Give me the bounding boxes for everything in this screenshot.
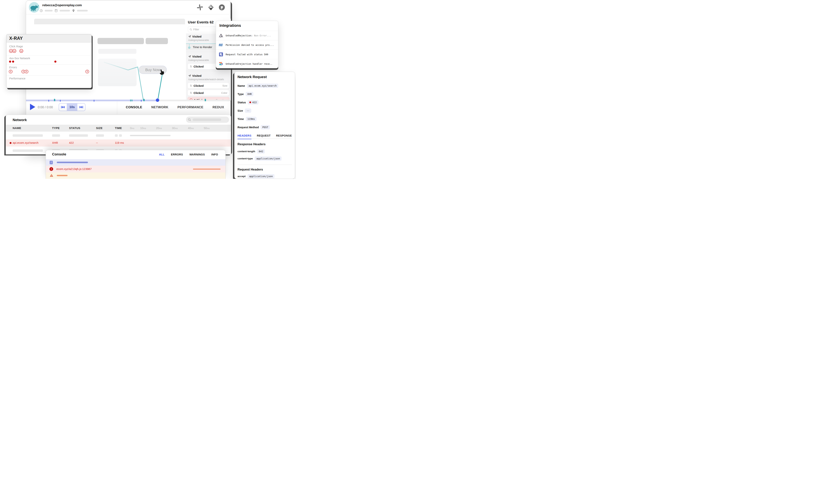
tab-errors[interactable]: ERRORS	[171, 153, 183, 156]
jira-icon[interactable]	[207, 4, 214, 11]
field-name-value: api.ecom.xyz/search	[247, 84, 279, 88]
rage-face-icon[interactable]	[12, 49, 16, 54]
error-exclamation-icon[interactable]	[24, 70, 28, 74]
tab-performance[interactable]: PERFORMANCE	[177, 106, 203, 109]
integration-item-sentry[interactable]: UnhandledRejection: Non-Error...	[216, 31, 278, 40]
integration-item-datadog[interactable]: Request failed with status 500	[216, 50, 278, 59]
response-headers-heading: Response Headers	[238, 143, 266, 146]
xray-header: X-RAY	[6, 34, 91, 43]
request-name: api.ecom.xyz/search	[13, 141, 39, 144]
integrations-title: Integrations	[219, 23, 241, 28]
timeline-track[interactable]	[26, 100, 231, 101]
skip-back-button[interactable]	[59, 104, 67, 111]
field-type-value: XHR	[246, 92, 254, 96]
table-row-skeleton[interactable]	[6, 132, 231, 139]
network-search-box[interactable]	[186, 116, 229, 123]
user-email: rebecca@openreplay.com	[42, 3, 82, 7]
col-size: SIZE	[96, 126, 103, 130]
event-clicked[interactable]: Clicked Size	[188, 83, 229, 89]
error-exclamation-icon[interactable]	[9, 70, 13, 74]
network-error-dot[interactable]	[12, 61, 14, 63]
xray-panel: X-RAY Click Rage 4xx-5xx Network Errors	[6, 34, 92, 88]
integration-message: Permission denied to access pro...	[226, 44, 274, 46]
error-exclamation-icon[interactable]	[85, 70, 89, 74]
field-status-value: 422	[248, 100, 258, 105]
avatar	[29, 2, 39, 13]
github-icon[interactable]	[218, 4, 225, 11]
field-time-value: 119ms	[246, 117, 257, 121]
session-meta-row	[40, 9, 88, 12]
console-warning-row[interactable]	[46, 172, 225, 179]
field-time-label: Time	[238, 117, 244, 120]
header-label: accept	[238, 175, 246, 178]
integration-message: Request failed with status 500	[226, 53, 268, 56]
request-type: XHR	[52, 141, 58, 144]
network-title: Network	[13, 118, 27, 122]
field-size-label: Size	[238, 109, 243, 112]
play-button[interactable]	[30, 104, 35, 110]
tab-request[interactable]: REQUEST	[257, 134, 271, 139]
slack-icon[interactable]	[197, 4, 203, 11]
col-status: STATUS	[69, 126, 80, 130]
skip-forward-button[interactable]	[78, 104, 85, 111]
status-dot	[249, 102, 251, 103]
tab-headers[interactable]: HEADERS	[238, 134, 251, 139]
tab-network[interactable]: NETWORK	[151, 106, 169, 109]
header-value: 642	[257, 149, 265, 154]
integration-item-elastic[interactable]: Unhandledrejection handler rece..	[216, 59, 278, 68]
integration-item-sumologic[interactable]: Permission denied to access pro...	[216, 40, 278, 50]
tab-console[interactable]: CONSOLE	[126, 106, 142, 109]
error-source: ecom.xyz/a213qh.js:123987	[57, 167, 92, 171]
meta-skeleton	[60, 10, 70, 12]
tab-response[interactable]: RESPONSE	[276, 134, 292, 139]
tab-all[interactable]: ALL	[159, 153, 164, 156]
log-skeleton	[57, 162, 88, 163]
sumologic-icon	[219, 43, 223, 47]
rage-face-icon[interactable]	[19, 49, 23, 54]
field-method-label: Request Method	[238, 126, 259, 129]
navigate-icon	[188, 74, 191, 77]
event-clicked[interactable]: Clicked Color	[188, 90, 229, 96]
click-hand-icon	[190, 84, 192, 87]
tab-redux[interactable]: REDUX	[213, 106, 224, 109]
rhino-icon	[29, 2, 39, 13]
network-table-header: NAME TYPE STATUS SIZE TIME 0ms 10ms 20ms…	[6, 125, 231, 132]
network-error-dot[interactable]	[54, 61, 57, 63]
click-hand-icon	[190, 91, 192, 94]
event-visited[interactable]: Visited /category/wearable/watch-details	[186, 73, 231, 82]
timeline-progress	[26, 100, 157, 101]
tab-warnings[interactable]: WARNINGS	[190, 153, 205, 156]
console-info-row[interactable]: i	[46, 159, 225, 166]
search-skeleton	[193, 118, 221, 121]
request-headers-heading: Request Headers	[238, 168, 263, 171]
navigate-icon	[188, 35, 191, 38]
xray-title: X-RAY	[9, 36, 23, 41]
console-panel: Console ALL ERRORS WARNINGS INFO i ! eco…	[46, 150, 226, 179]
console-tabs: ALL ERRORS WARNINGS INFO	[159, 153, 218, 156]
tab-info[interactable]: INFO	[211, 153, 218, 156]
buy-now-label: Buy Now	[145, 68, 160, 72]
elastic-icon	[219, 62, 223, 66]
network-request-panel: Network Request Name api.ecom.xyz/search…	[234, 72, 295, 179]
divider	[6, 64, 91, 65]
search-icon	[188, 118, 191, 121]
skip-interval-label[interactable]: 10s	[67, 104, 78, 111]
player-controls: 0:00 / 0:00 10s CONSOLE NETWORK PE	[26, 101, 231, 114]
meta-skeleton	[45, 10, 52, 12]
network-panel: Network NAME TYPE STATUS SIZE TIME 0ms 1…	[6, 115, 231, 154]
click-hand-icon	[190, 65, 192, 68]
product-image-placeholder	[98, 59, 137, 86]
network-error-dot[interactable]	[9, 61, 11, 63]
console-title: Console	[52, 152, 66, 156]
error-status-dot	[9, 142, 12, 144]
navigate-icon	[188, 55, 191, 58]
user-events-title: User Events 62	[188, 20, 214, 24]
timeline-dot	[188, 46, 191, 49]
header-value: application/json	[247, 174, 275, 178]
header-label: content-length	[238, 150, 255, 153]
table-row-error-request[interactable]: api.ecom.xyz/search XHR 422 -- 119 ms	[6, 139, 231, 147]
log-skeleton	[57, 175, 68, 176]
skeleton-bar	[98, 49, 136, 54]
field-name-label: Name	[238, 84, 245, 87]
console-error-row[interactable]: ! ecom.xyz/a213qh.js:123987	[46, 166, 225, 172]
